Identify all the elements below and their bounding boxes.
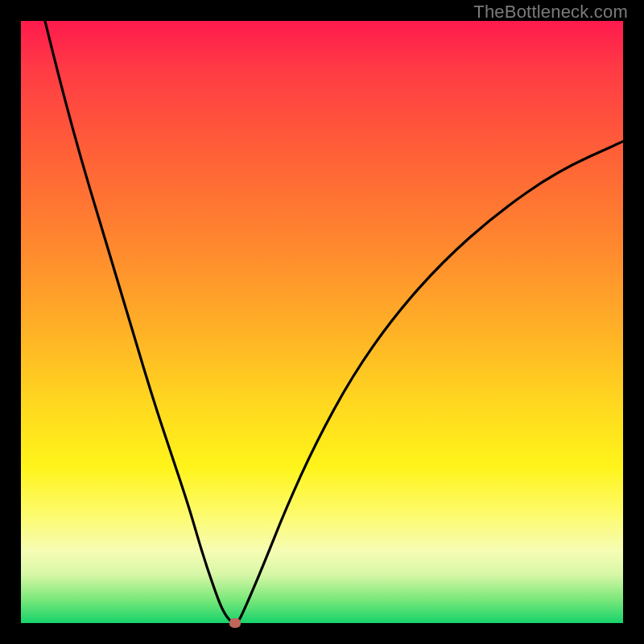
minimum-point-marker [229,618,241,628]
watermark-text: TheBottleneck.com [473,2,628,23]
plot-area [21,21,623,623]
bottleneck-curve [21,21,623,623]
chart-frame: TheBottleneck.com [0,0,644,644]
